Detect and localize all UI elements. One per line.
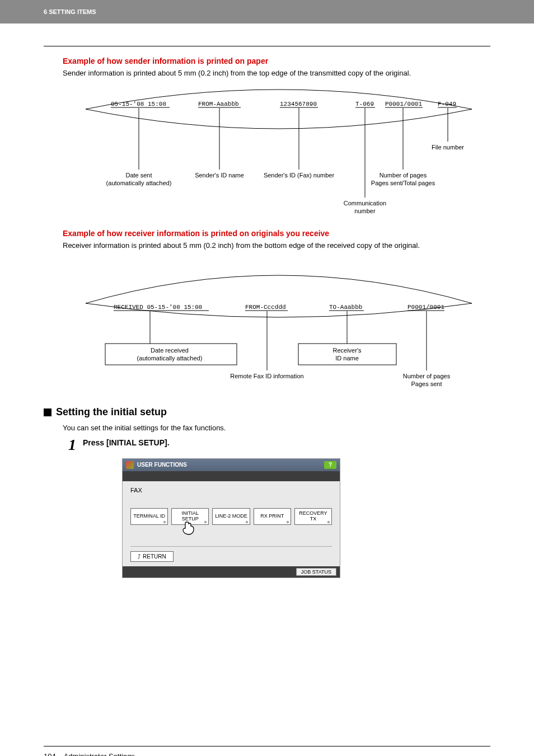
return-arrow-icon: ⤴	[138, 553, 140, 560]
svg-text:RECEIVED 05-15-'08 15:08: RECEIVED 05-15-'08 15:08	[114, 304, 202, 311]
step-instruction: Press [INITIAL SETUP].	[83, 437, 170, 447]
svg-text:Communication: Communication	[344, 200, 386, 206]
sender-diagram: 05-15-'08 15:08 FROM-Aaabbb 1234567890 T…	[83, 87, 475, 215]
svg-text:Remote Fax ID information: Remote Fax ID information	[230, 373, 303, 379]
ui-titlebar: USER FUNCTIONS ?	[123, 459, 340, 471]
example2-desc: Receiver information is printed about 5 …	[63, 240, 490, 251]
svg-text:(automatically attached): (automatically attached)	[137, 355, 203, 361]
svg-text:File number: File number	[432, 144, 464, 151]
receiver-diagram: RECEIVED 05-15-'08 15:08 FROM-Cccddd TO-…	[83, 259, 475, 393]
footer-label: Administrator Settings	[64, 752, 135, 757]
svg-text:ID name: ID name	[335, 355, 359, 361]
chapter-text: 6 SETTING ITEMS	[44, 8, 96, 15]
svg-text:Pages sent/Total pages: Pages sent/Total pages	[371, 180, 435, 186]
svg-text:Receiver's: Receiver's	[332, 347, 362, 354]
svg-text:F-049: F-049	[438, 101, 456, 107]
return-button[interactable]: ⤴ RETURN	[130, 551, 174, 562]
recovery-tx-button[interactable]: RECOVERYTX	[294, 508, 332, 525]
svg-text:(automatically attached): (automatically attached)	[106, 180, 172, 186]
svg-text:05-15-'08 15:08: 05-15-'08 15:08	[111, 101, 166, 107]
ui-title: USER FUNCTIONS	[137, 462, 187, 468]
example1-title: Example of how sender information is pri…	[63, 57, 490, 65]
rx-print-button[interactable]: RX PRINT	[254, 508, 291, 525]
svg-text:P0001/0001: P0001/0001	[407, 304, 444, 311]
chapter-header: 6 SETTING ITEMS	[0, 0, 534, 24]
svg-text:Number of pages: Number of pages	[380, 172, 427, 179]
line2-mode-button[interactable]: LINE-2 MODE	[212, 508, 250, 525]
svg-text:TO-Aaabbb: TO-Aaabbb	[329, 304, 362, 311]
user-functions-screenshot: USER FUNCTIONS ? FAX TERMINAL ID INITIAL…	[122, 458, 340, 578]
job-status-button[interactable]: JOB STATUS	[296, 568, 336, 576]
help-button[interactable]: ?	[324, 461, 336, 469]
step-number: 1	[63, 437, 76, 453]
svg-text:Pages sent: Pages sent	[411, 381, 442, 387]
top-rule	[44, 46, 490, 46]
svg-text:P0001/0001: P0001/0001	[385, 101, 422, 107]
setting-initial-setup-heading: Setting the initial setup	[44, 406, 490, 418]
fax-category-label: FAX	[130, 487, 332, 494]
svg-text:FROM-Cccddd: FROM-Cccddd	[245, 304, 286, 311]
svg-text:Sender's ID (Fax) number: Sender's ID (Fax) number	[264, 172, 335, 179]
svg-text:Date received: Date received	[151, 347, 189, 354]
svg-text:Sender's ID name: Sender's ID name	[195, 172, 244, 179]
svg-text:number: number	[354, 208, 376, 214]
example2-title: Example of how receiver information is p…	[63, 229, 490, 238]
page-footer: 104 Administrator Settings	[44, 746, 490, 757]
ui-dark-band	[123, 471, 340, 481]
section-title: Setting the initial setup	[56, 406, 167, 418]
svg-text:Number of pages: Number of pages	[403, 373, 451, 379]
template-icon	[126, 461, 134, 469]
square-bullet-icon	[44, 408, 51, 416]
svg-text:1234567890: 1234567890	[280, 101, 317, 107]
hand-cursor-icon	[181, 520, 196, 536]
svg-text:Date sent: Date sent	[125, 172, 152, 179]
terminal-id-button[interactable]: TERMINAL ID	[130, 508, 168, 525]
svg-text:T-069: T-069	[355, 101, 374, 107]
svg-text:FROM-Aaabbb: FROM-Aaabbb	[198, 101, 239, 107]
example1-desc: Sender information is printed about 5 mm…	[63, 68, 490, 79]
section-intro: You can set the initial settings for the…	[44, 422, 490, 434]
page-number: 104	[44, 752, 56, 757]
